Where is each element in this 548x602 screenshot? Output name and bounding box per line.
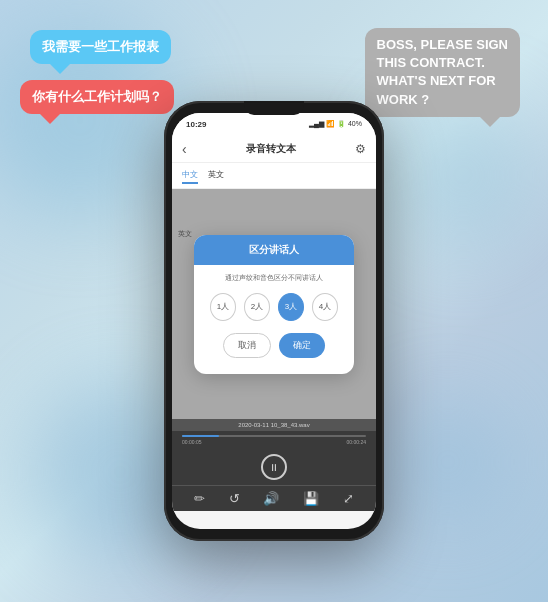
phone-screen: 10:29 ▂▄▆ 📶 🔋 40% ‹ 录音转文本 ⚙ 中文 英文 英文 区分讲…	[172, 113, 376, 529]
time-labels: 00:00:05 00:00:24	[182, 439, 366, 445]
dialog-title: 区分讲话人	[194, 235, 354, 265]
lang-tabs: 中文 英文	[172, 163, 376, 189]
progress-bar-bg[interactable]	[182, 435, 366, 437]
progress-bar-container[interactable]	[182, 435, 366, 437]
pause-button[interactable]: ⏸	[261, 454, 287, 480]
cancel-button[interactable]: 取消	[223, 333, 271, 358]
status-bar: 10:29 ▂▄▆ 📶 🔋 40%	[172, 113, 376, 135]
speaker-option-3[interactable]: 3人	[278, 293, 304, 321]
phone-notch	[244, 101, 304, 115]
gear-icon[interactable]: ⚙	[355, 142, 366, 156]
bubble-right-line4: WORK ?	[377, 92, 430, 107]
content-area: 英文 区分讲话人 通过声纹和音色区分不同讲话人 1人 2人 3人 4人 取消 确…	[172, 189, 376, 419]
bg-blur-4	[388, 402, 508, 522]
tab-chinese[interactable]: 中文	[182, 167, 198, 184]
phone: 10:29 ▂▄▆ 📶 🔋 40% ‹ 录音转文本 ⚙ 中文 英文 英文 区分讲…	[164, 101, 384, 541]
file-bar: 2020-03-11 10_38_43.wav	[172, 419, 376, 431]
status-icons: ▂▄▆ 📶 🔋 40%	[309, 120, 362, 128]
dialog-overlay: 区分讲话人 通过声纹和音色区分不同讲话人 1人 2人 3人 4人 取消 确定	[172, 189, 376, 419]
refresh-icon[interactable]: ↺	[229, 491, 240, 506]
speaker-options: 1人 2人 3人 4人	[210, 293, 338, 321]
back-button[interactable]: ‹	[182, 141, 187, 157]
controls-bar: ⏸	[172, 449, 376, 485]
status-time: 10:29	[186, 120, 206, 129]
dialog-buttons: 取消 确定	[210, 333, 338, 358]
speaker-option-1[interactable]: 1人	[210, 293, 236, 321]
speech-bubble-left-2: 你有什么工作计划吗？	[20, 80, 174, 114]
bubble-left-2-text: 你有什么工作计划吗？	[32, 89, 162, 104]
pause-icon: ⏸	[269, 462, 279, 473]
speaker-option-4[interactable]: 4人	[312, 293, 338, 321]
current-time: 00:00:05	[182, 439, 201, 445]
bottom-toolbar: ✏ ↺ 🔊 💾 ⤢	[172, 485, 376, 511]
battery-label: 🔋 40%	[337, 120, 362, 128]
bubble-right-line2: THIS CONTRACT.	[377, 55, 485, 70]
speech-bubble-left-1: 我需要一些工作报表	[30, 30, 171, 64]
progress-area[interactable]: 00:00:05 00:00:24	[172, 431, 376, 449]
speaker-option-2[interactable]: 2人	[244, 293, 270, 321]
bubble-left-1-text: 我需要一些工作报表	[42, 39, 159, 54]
wifi-icon: 📶	[326, 120, 335, 128]
dialog-subtitle: 通过声纹和音色区分不同讲话人	[210, 273, 338, 283]
signal-icon: ▂▄▆	[309, 120, 324, 128]
bg-blur-2	[388, 100, 538, 250]
expand-icon[interactable]: ⤢	[343, 491, 354, 506]
bubble-right-line1: BOSS, PLEASE SIGN	[377, 37, 508, 52]
nav-title: 录音转文本	[246, 142, 296, 156]
bubble-right-line3: WHAT'S NEXT FOR	[377, 73, 496, 88]
tab-english[interactable]: 英文	[208, 167, 224, 184]
save-icon[interactable]: 💾	[303, 491, 319, 506]
progress-bar-fill	[182, 435, 219, 437]
total-time: 00:00:24	[347, 439, 366, 445]
file-name: 2020-03-11 10_38_43.wav	[238, 422, 309, 428]
dialog-box: 区分讲话人 通过声纹和音色区分不同讲话人 1人 2人 3人 4人 取消 确定	[194, 235, 354, 374]
volume-icon[interactable]: 🔊	[263, 491, 279, 506]
speech-bubble-right: BOSS, PLEASE SIGN THIS CONTRACT. WHAT'S …	[365, 28, 520, 117]
edit-icon[interactable]: ✏	[194, 491, 205, 506]
top-nav: ‹ 录音转文本 ⚙	[172, 135, 376, 163]
confirm-button[interactable]: 确定	[279, 333, 325, 358]
